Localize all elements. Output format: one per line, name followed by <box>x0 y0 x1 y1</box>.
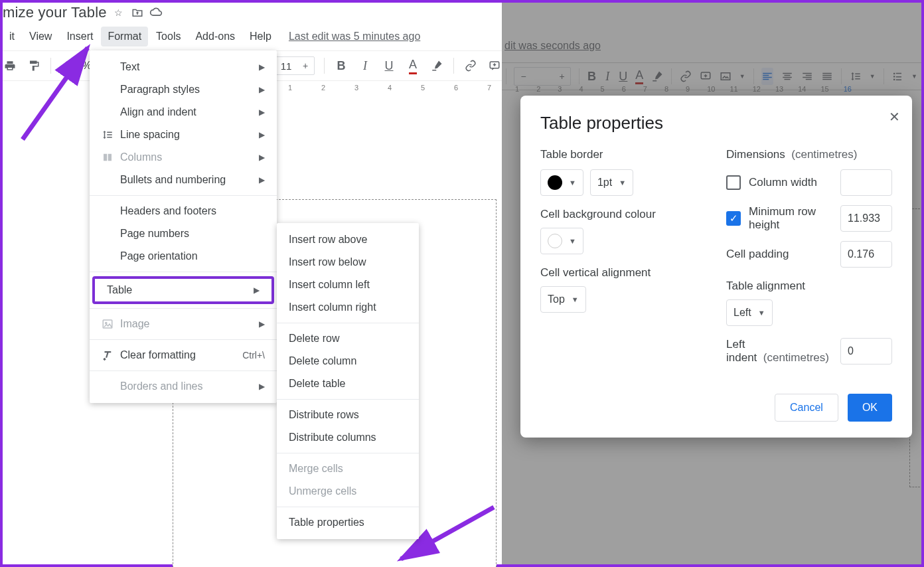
ruler-tick: 1 <box>288 84 292 92</box>
menu-borders-lines: Borders and lines▶ <box>90 375 277 398</box>
menu-line-spacing[interactable]: Line spacing▶ <box>90 123 277 146</box>
cell-bg-selector[interactable]: ▼ <box>540 228 583 254</box>
horizontal-ruler: 1 2 3 4 5 6 7 <box>275 81 502 96</box>
submenu-delete-table[interactable]: Delete table <box>277 372 419 395</box>
ok-button[interactable]: OK <box>848 394 892 422</box>
highlight-icon[interactable] <box>429 57 444 74</box>
bold-icon[interactable]: B <box>334 57 348 74</box>
line-spacing-icon <box>102 129 120 141</box>
font-size-value[interactable]: 11 <box>275 60 297 72</box>
star-icon[interactable]: ☆ <box>112 6 125 19</box>
dialog-title: Table properties <box>540 113 892 133</box>
min-row-height-label: Minimum row height <box>749 205 832 232</box>
chevron-down-icon: ▼ <box>569 237 576 245</box>
chevron-down-icon: ▼ <box>758 309 765 317</box>
cell-padding-label: Cell padding <box>726 248 832 261</box>
column-width-field[interactable] <box>840 169 892 196</box>
submenu-insert-column-left[interactable]: Insert column left <box>277 274 419 296</box>
ruler-tick: 3 <box>354 84 358 92</box>
chevron-down-icon: ▼ <box>619 179 626 187</box>
menu-align-indent[interactable]: Align and indent▶ <box>90 101 277 123</box>
image-icon <box>102 318 120 330</box>
left-indent-label: Left indent (centimetres) <box>726 338 832 364</box>
move-to-folder-icon[interactable] <box>131 6 144 19</box>
columns-icon <box>102 151 120 163</box>
format-dropdown: Text▶ Paragraph styles▶ Align and indent… <box>90 50 277 403</box>
document-title[interactable]: mize your Table <box>3 4 107 21</box>
submenu-distribute-rows[interactable]: Distribute rows <box>277 404 419 426</box>
menu-page-orientation[interactable]: Page orientation <box>90 245 277 268</box>
menu-bullets-numbering[interactable]: Bullets and numbering▶ <box>90 169 277 191</box>
menu-edit[interactable]: it <box>3 27 21 46</box>
menu-headers-footers[interactable]: Headers and footers <box>90 200 277 222</box>
column-width-label: Column width <box>749 176 832 189</box>
min-row-height-checkbox[interactable]: ✓ <box>726 211 741 226</box>
ruler-tick: 2 <box>321 84 325 92</box>
color-swatch-icon <box>548 175 562 190</box>
menu-clear-formatting[interactable]: Clear formattingCtrl+\ <box>90 344 277 366</box>
cloud-status-icon[interactable] <box>149 6 163 19</box>
menu-tools[interactable]: Tools <box>149 27 187 46</box>
vert-align-selector[interactable]: Top ▼ <box>540 286 586 313</box>
print-icon[interactable] <box>3 57 17 74</box>
ruler-tick: 7 <box>487 84 491 92</box>
italic-icon[interactable]: I <box>358 57 372 74</box>
submenu-insert-column-right[interactable]: Insert column right <box>277 296 419 319</box>
column-width-checkbox[interactable] <box>726 175 741 190</box>
ruler-tick: 6 <box>454 84 458 92</box>
menu-help[interactable]: Help <box>243 27 278 46</box>
submenu-insert-row-above[interactable]: Insert row above <box>277 228 419 251</box>
right-screenshot: dit was seconds ago − + B I U A ▼ ▼ ▼ 12… <box>502 3 921 564</box>
submenu-table-properties[interactable]: Table properties <box>277 511 419 534</box>
comment-icon[interactable] <box>487 57 502 74</box>
increase-icon[interactable]: + <box>297 60 314 71</box>
submenu-distribute-columns[interactable]: Distribute columns <box>277 426 419 449</box>
menu-view[interactable]: View <box>23 27 58 46</box>
menu-page-numbers[interactable]: Page numbers <box>90 222 277 245</box>
menu-image: Image▶ <box>90 313 277 335</box>
menu-columns: Columns▶ <box>90 146 277 169</box>
clear-format-icon <box>102 349 120 361</box>
left-indent-field[interactable] <box>840 338 892 364</box>
dimensions-label: Dimensions (centimetres) <box>726 148 892 161</box>
chevron-down-icon: ▼ <box>569 179 576 187</box>
ruler-tick: 4 <box>388 84 392 92</box>
last-edit-link[interactable]: Last edit was 5 minutes ago <box>289 31 420 42</box>
ruler-tick: 5 <box>421 84 425 92</box>
submenu-delete-column[interactable]: Delete column <box>277 350 419 372</box>
submenu-merge-cells: Merge cells <box>277 457 419 480</box>
underline-icon[interactable]: U <box>382 57 396 74</box>
menu-table[interactable]: Table▶ <box>92 276 274 304</box>
menu-paragraph-styles[interactable]: Paragraph styles▶ <box>90 78 277 101</box>
menubar: it View Insert Format Tools Add-ons Help… <box>3 21 502 50</box>
text-color-icon[interactable]: A <box>406 57 420 74</box>
table-properties-dialog: Table properties ✕ Table border ▼ 1pt ▼ … <box>520 96 912 438</box>
menu-format[interactable]: Format <box>101 27 148 46</box>
table-border-label: Table border <box>540 148 706 161</box>
chevron-down-icon: ▼ <box>572 295 579 303</box>
table-align-label: Table alignment <box>726 280 892 293</box>
menu-text[interactable]: Text▶ <box>90 56 277 78</box>
submenu-unmerge-cells: Unmerge cells <box>277 480 419 503</box>
border-color-selector[interactable]: ▼ <box>540 169 583 196</box>
left-screenshot: mize your Table ☆ it View Insert Format … <box>3 3 502 564</box>
color-swatch-icon <box>548 234 562 248</box>
border-width-selector[interactable]: 1pt ▼ <box>590 169 633 196</box>
svg-point-2 <box>106 322 107 323</box>
submenu-delete-row[interactable]: Delete row <box>277 327 419 350</box>
cell-bg-label: Cell background colour <box>540 208 706 221</box>
menu-insert[interactable]: Insert <box>60 27 100 46</box>
table-align-selector[interactable]: Left ▼ <box>726 299 773 326</box>
submenu-insert-row-below[interactable]: Insert row below <box>277 251 419 274</box>
cell-padding-field[interactable] <box>840 241 892 268</box>
cancel-button[interactable]: Cancel <box>775 394 838 422</box>
close-icon[interactable]: ✕ <box>889 109 900 125</box>
table-submenu: Insert row above Insert row below Insert… <box>277 223 419 539</box>
vert-align-label: Cell vertical alignment <box>540 266 706 280</box>
link-icon[interactable] <box>463 57 478 74</box>
menu-addons[interactable]: Add-ons <box>189 27 242 46</box>
paint-format-icon[interactable] <box>27 57 41 74</box>
min-row-height-field[interactable] <box>840 205 892 232</box>
